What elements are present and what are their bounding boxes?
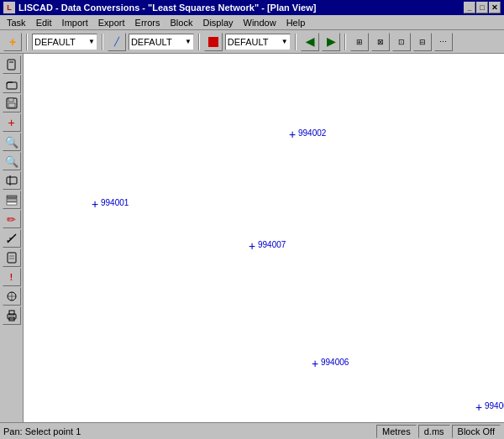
status-block-off[interactable]: Block Off [452,425,501,438]
lt-zoom-out[interactable]: 🔍 [3,152,21,170]
svg-rect-2 [7,82,17,89]
point-994001: 994001 [94,203,102,212]
svg-rect-9 [7,199,17,201]
menu-export[interactable]: Export [93,17,130,29]
dropdown-layer[interactable]: DEFAULT ▼ [32,34,97,50]
point-label-994002: 994002 [298,128,326,138]
lt-pattern[interactable] [3,287,21,306]
point-label-994001: 994001 [101,198,129,207]
svg-rect-14 [8,253,16,263]
snap-button-2[interactable]: ⊠ [371,33,390,51]
lt-save[interactable] [3,94,21,112]
svg-rect-8 [7,196,17,198]
toolbar-separator-5 [344,34,346,50]
toolbar-separator-2 [102,34,103,50]
title-text: LISCAD - Data Conversions - "Least Squar… [18,3,316,13]
toolbar-separator-1 [26,34,28,50]
point-994005: 994005 [478,406,486,415]
lt-measure[interactable] [3,229,21,248]
title-bar: L LISCAD - Data Conversions - "Least Squ… [0,0,504,15]
dropdown-linetype[interactable]: DEFAULT ▼ [129,34,194,50]
point-label-994005: 994005 [485,401,504,410]
point-label-994007: 994007 [258,240,286,249]
snap-button-5[interactable]: ⋯ [434,33,453,51]
point-label-994006: 994006 [321,358,349,367]
toolbar-separator-4 [295,34,297,50]
lt-new[interactable] [3,55,21,74]
point-994002: 994002 [291,133,300,142]
dropdown-color[interactable]: DEFAULT ▼ [225,34,291,50]
lt-calc[interactable] [3,248,21,267]
lt-open[interactable] [3,75,21,93]
menu-edit[interactable]: Edit [31,17,57,29]
svg-rect-10 [7,202,17,205]
toolbar-pen[interactable]: ╱ [108,33,126,51]
lt-layer[interactable] [3,191,21,209]
status-metres: Metres [376,425,417,438]
lt-view[interactable] [3,171,21,190]
dropdown-layer-value: DEFAULT [34,37,85,47]
color-swatch [208,37,218,47]
snap-button-1[interactable]: ⊞ [350,33,369,51]
minimize-button[interactable]: _ [464,2,475,13]
menu-block[interactable]: Block [165,17,198,29]
lt-alert[interactable]: ! [3,268,21,286]
status-dms: d.ms [418,425,450,438]
menu-task[interactable]: Task [2,17,31,29]
menu-help[interactable]: Help [281,17,311,29]
dropdown-layer-arrow: ▼ [88,38,95,45]
dropdown-linetype-value: DEFAULT [131,37,181,47]
window-controls[interactable]: _ □ ✕ [464,2,501,13]
svg-rect-0 [8,60,15,70]
status-message: Pan: Select point 1 [3,426,376,436]
snap-button-3[interactable]: ⊡ [392,33,411,51]
main-area: + 🔍 🔍 ✏ ! 994002 994001 [0,54,504,422]
menu-display[interactable]: Display [197,17,238,29]
lt-zoom-in[interactable]: 🔍 [3,133,21,151]
menu-errors[interactable]: Errors [130,17,165,29]
lt-print[interactable] [3,306,21,325]
dropdown-color-value: DEFAULT [228,37,278,47]
toolbar: + DEFAULT ▼ ╱ DEFAULT ▼ DEFAULT ▼ ◀ ▶ ⊞ … [0,30,504,54]
svg-rect-5 [8,103,15,107]
canvas-area[interactable]: 994002 994001 994007 994006 994005 99400… [24,54,504,422]
nav-prev-button[interactable]: ◀ [301,33,319,51]
status-bar: Pan: Select point 1 Metres d.ms Block Of… [0,422,504,439]
menu-window[interactable]: Window [239,17,281,29]
left-toolbar: + 🔍 🔍 ✏ ! [0,54,24,422]
menu-bar: Task Edit Import Export Errors Block Dis… [0,15,504,30]
status-panels: Metres d.ms Block Off [376,425,501,438]
point-994006: 994006 [314,363,323,371]
snap-button-4[interactable]: ⊟ [413,33,432,51]
app-icon: L [3,2,15,13]
toolbar-separator-3 [198,34,200,50]
dropdown-linetype-arrow: ▼ [185,38,192,45]
dropdown-color-arrow: ▼ [281,38,288,45]
close-button[interactable]: ✕ [489,2,501,13]
lt-crosshair[interactable]: + [3,113,21,132]
maximize-button[interactable]: □ [476,2,488,13]
lt-pen[interactable]: ✏ [3,210,21,228]
toolbar-color[interactable] [204,33,223,51]
toolbar-marker[interactable]: + [3,33,22,51]
svg-rect-6 [7,177,17,184]
menu-import[interactable]: Import [57,17,93,29]
nav-next-button[interactable]: ▶ [322,33,340,51]
point-994007: 994007 [251,245,260,253]
svg-rect-4 [8,98,13,102]
